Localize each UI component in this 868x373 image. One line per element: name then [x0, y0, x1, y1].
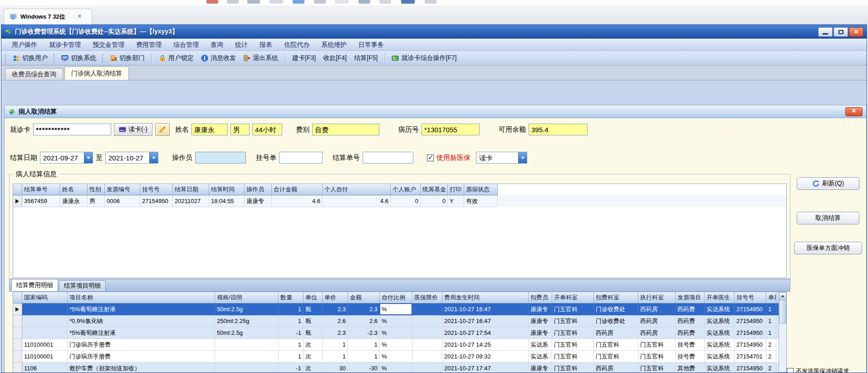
cell-item-name[interactable]: *5%葡萄糖注射液: [68, 327, 215, 339]
detail-column-header[interactable]: 单位: [304, 292, 323, 303]
cell-printed[interactable]: Y: [448, 195, 464, 207]
cell-national-code[interactable]: [22, 327, 68, 339]
settlement-column-header[interactable]: 结算单号: [22, 184, 60, 195]
messages-button[interactable]: 消息收发: [198, 53, 239, 64]
cell-fee-time[interactable]: 2021-10-27 09:32: [442, 351, 529, 363]
cell-spec[interactable]: [215, 339, 279, 351]
fee-detail-row[interactable]: *5%葡萄糖注射液 50ml:2.5g 1 瓶 2.3 2.3 % 2021-1…: [13, 303, 786, 315]
card-number-input[interactable]: [33, 124, 111, 135]
detail-column-header[interactable]: 单据号: [766, 292, 776, 303]
cell-operator[interactable]: 康康专: [245, 195, 272, 207]
edit-button[interactable]: [155, 123, 170, 136]
cell-unit[interactable]: 瓶: [304, 327, 323, 339]
cell-spec[interactable]: 250ml:2.25g: [215, 315, 279, 327]
detail-column-header[interactable]: 规格/说明: [215, 292, 279, 303]
cell-charge-clerk[interactable]: 康康专: [529, 303, 552, 315]
detail-column-header[interactable]: 开单医生: [705, 292, 735, 303]
cell-settle-no[interactable]: 3567459: [22, 195, 60, 207]
cell-quantity[interactable]: 1: [279, 315, 304, 327]
cell-reg-no[interactable]: 27154950: [735, 303, 766, 315]
cell-order-dept[interactable]: 门五官科: [552, 327, 594, 339]
cell-self-pay-ratio[interactable]: %: [380, 363, 412, 373]
cell-self-pay[interactable]: 4.6: [323, 195, 391, 207]
cell-amount[interactable]: 1: [348, 339, 380, 351]
cell-national-code[interactable]: [22, 315, 68, 327]
cell-insurance-limit[interactable]: [412, 351, 442, 363]
detail-column-header[interactable]: 发票项目: [676, 292, 705, 303]
switch-user-button[interactable]: 切换用户: [10, 53, 51, 64]
dropdown-arrow-icon[interactable]: [84, 152, 93, 163]
cell-unit[interactable]: 次: [304, 363, 323, 373]
cell-doc-no[interactable]: 1: [766, 303, 776, 315]
date-to-select[interactable]: 2021-10-27: [105, 152, 158, 164]
cell-personal-account[interactable]: 0: [391, 195, 421, 207]
vertical-scrollbar[interactable]: [779, 292, 786, 373]
insurance-reverse-button[interactable]: 医保单方面冲销: [794, 242, 862, 254]
cell-name[interactable]: 康康永: [60, 195, 88, 207]
settlement-column-header[interactable]: 发票编号: [105, 184, 140, 195]
detail-column-header[interactable]: 挂号号: [735, 292, 766, 303]
cell-invoice-item[interactable]: 挂号费: [676, 339, 705, 351]
use-new-insurance-checkbox[interactable]: [427, 154, 434, 161]
menu-item[interactable]: 综合管理: [167, 39, 205, 50]
detail-column-header[interactable]: 国家编码: [22, 292, 68, 303]
cell-self-pay-ratio[interactable]: %: [380, 351, 412, 363]
settlement-column-header[interactable]: 姓名: [60, 184, 88, 195]
menu-item[interactable]: 查询: [205, 39, 229, 50]
settlement-column-header[interactable]: 个人自付: [323, 184, 391, 195]
cell-spec[interactable]: [215, 351, 279, 363]
cell-invoice-item[interactable]: 西药费: [676, 315, 705, 327]
cell-unit[interactable]: 次: [304, 351, 323, 363]
detail-column-header[interactable]: 单价: [323, 292, 348, 303]
cell-charge-dept[interactable]: 门诊收费处: [594, 303, 638, 315]
cell-invoice-no[interactable]: 0006: [105, 195, 140, 207]
settlement-column-header[interactable]: 性别: [88, 184, 105, 195]
cell-exec-dept[interactable]: 西药房: [638, 303, 676, 315]
cell-order-dept[interactable]: 门五官科: [552, 351, 594, 363]
cell-fee-time[interactable]: 2021-10-27 16:47: [442, 303, 529, 315]
cell-order-dept[interactable]: 门五官科: [552, 315, 594, 327]
cell-charge-dept[interactable]: 门诊收费处: [594, 315, 638, 327]
close-button[interactable]: [849, 27, 863, 37]
cell-unit[interactable]: 次: [304, 339, 323, 351]
cell-insurance-limit[interactable]: [412, 315, 442, 327]
cell-charge-clerk[interactable]: 实达系: [529, 339, 552, 351]
cell-invoice-item[interactable]: 挂号费: [676, 351, 705, 363]
menu-item[interactable]: 住院代办: [278, 39, 315, 50]
create-card-button[interactable]: 建卡[F3]: [289, 53, 319, 64]
settlement-row[interactable]: 3567459 康康永 男 0006 27154950 20211027 18:…: [13, 195, 786, 207]
cell-self-pay-ratio[interactable]: %: [380, 339, 412, 351]
cell-unit-price[interactable]: 1: [323, 339, 348, 351]
cell-order-doctor[interactable]: 实达系统: [705, 327, 735, 339]
cell-quantity[interactable]: -1: [279, 327, 304, 339]
cell-doc-no[interactable]: 1: [766, 327, 776, 339]
cell-doc-no[interactable]: 2: [766, 363, 776, 373]
cell-spec[interactable]: 50ml:2.5g: [215, 303, 279, 315]
cell-pooling-fund[interactable]: 0: [421, 195, 448, 207]
settlement-column-header[interactable]: 个人账户: [391, 184, 421, 195]
minimize-button[interactable]: [818, 27, 833, 37]
fee-detail-row[interactable]: 110100001 门诊病历手册费 1 次 1 1 % 2021-10-27 0…: [13, 351, 786, 363]
cell-exec-dept[interactable]: 门五官科: [638, 339, 676, 351]
cell-reg-no[interactable]: 27154701: [735, 351, 766, 363]
cell-amount[interactable]: -30: [348, 363, 380, 373]
cell-amount[interactable]: 1: [348, 351, 380, 363]
cell-unit[interactable]: 瓶: [304, 303, 323, 315]
cancel-settlement-button[interactable]: 取消结算: [797, 212, 859, 224]
cell-invoice-item[interactable]: 西药费: [676, 327, 705, 339]
cell-amount[interactable]: -2.3: [348, 327, 380, 339]
vm-tab[interactable]: Windows 7 32位: [4, 9, 92, 25]
cell-charge-dept[interactable]: 西药房: [594, 363, 638, 373]
cell-order-doctor[interactable]: 实达系统: [705, 351, 735, 363]
cell-self-pay-ratio[interactable]: %: [380, 303, 412, 315]
cell-fee-time[interactable]: 2021-10-27 17:47: [442, 363, 529, 373]
settle-button[interactable]: 结算[F5]: [351, 53, 381, 64]
detail-column-header[interactable]: 医保限价: [412, 292, 442, 303]
scroll-up-arrow[interactable]: [779, 292, 786, 299]
dropdown-arrow-icon[interactable]: [149, 152, 158, 163]
menu-item[interactable]: 就诊卡管理: [43, 39, 87, 50]
cell-insurance-limit[interactable]: [412, 339, 442, 351]
cell-quantity[interactable]: 1: [279, 351, 304, 363]
detail-column-header[interactable]: 开单科室: [552, 292, 594, 303]
cell-order-doctor[interactable]: 实达系统: [705, 363, 735, 373]
